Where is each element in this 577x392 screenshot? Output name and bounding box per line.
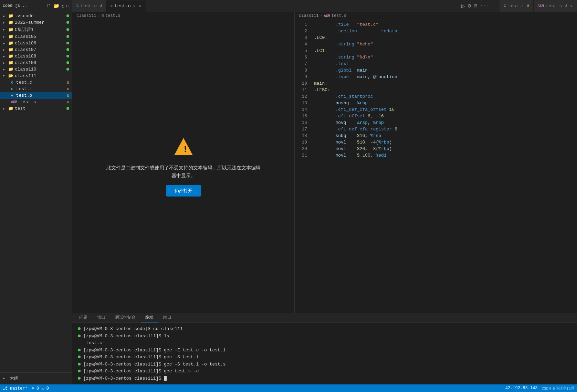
breadcrumb-file[interactable]: test.o [105, 13, 120, 18]
status-badge [66, 106, 72, 111]
tab-ports[interactable]: 端口 [159, 313, 176, 322]
new-folder-icon[interactable]: 📁 [53, 3, 59, 9]
more-button[interactable]: ··· [480, 3, 489, 9]
terminal-text: [zpw@VM-0-3-centos class111]$ [83, 375, 167, 382]
sidebar-item-class105[interactable]: ▶ 📁 class105 [0, 33, 72, 40]
tab-close-button[interactable]: ✕ [139, 4, 141, 8]
terminal-text: [zpw@VM-0-3-centos class111]$ gcc test.s… [83, 368, 199, 375]
code-line: 4 .string "hehe" [295, 41, 577, 47]
terminal-status-dot [78, 356, 81, 358]
c-file-icon: C [11, 81, 13, 85]
tab-debug-console[interactable]: 调试控制台 [111, 313, 140, 322]
folder-label: class106 [15, 41, 36, 46]
terminal-line: [zpw@VM-0-3-centos class111]$ gcc -S tes… [78, 361, 571, 368]
new-file-icon[interactable]: 🗋 [46, 3, 51, 9]
sidebar-item-vscode[interactable]: ▶ 📁 .vscode [0, 13, 72, 19]
file-label: test.s [20, 99, 36, 105]
open-anyway-button[interactable]: 仍然打开 [166, 185, 201, 197]
code-line: 14 .cfi_def_cfa_offset 16 [295, 106, 577, 113]
code-line: 1 .file "test.c" [295, 21, 577, 28]
status-bar: ⎇ master* ⊗ 0 ⚠ 0 42.192.83.143 CSDN @小琦… [0, 384, 577, 392]
sidebar-item-2022-summer[interactable]: ▶ 📁 2022-summer [0, 19, 72, 26]
expand-arrow: ▶ [3, 376, 8, 380]
folder-icon: 📂 [8, 73, 13, 78]
sidebar-item-class110[interactable]: ▶ 📁 class110 [0, 66, 72, 73]
refresh-icon[interactable]: ↻ [61, 3, 64, 9]
tab-label: test.c [81, 3, 97, 9]
tab-test-c[interactable]: C test.c U [72, 0, 106, 12]
folder-label: class111 [15, 73, 36, 78]
folder-icon: 📁 [8, 67, 13, 72]
code-line: 5 .LC1: [295, 47, 577, 54]
file-label: test.c [16, 80, 32, 85]
code-editor[interactable]: 1 .file "test.c" 2 .section .rodata 3 .L… [295, 20, 577, 313]
terminal-line: test.c [78, 340, 571, 347]
sidebar-item-c-camp[interactable]: ▶ 📁 C集训营1 [0, 26, 72, 33]
status-badge [66, 67, 72, 72]
split-editor-button[interactable]: ⊟ [474, 2, 477, 9]
sidebar-item-class107[interactable]: ▶ 📁 class107 [0, 46, 72, 53]
code-line: 6 .string "%d\n" [295, 54, 577, 61]
terminal-status-dot [78, 370, 81, 372]
sidebar-item-class109[interactable]: ▶ 📁 class109 [0, 60, 72, 66]
terminal-line: [zpw@VM-0-3-centos class111]$ [78, 375, 571, 382]
error-warning-count[interactable]: ⊗ 0 ⚠ 0 [32, 386, 49, 391]
tab-test-o[interactable]: ≡ test.o U ✕ [106, 0, 146, 12]
terminal-content[interactable]: [zpw@VM-0-3-centos code]$ cd class111 [z… [72, 323, 577, 392]
debug-button[interactable]: ⚙ [468, 2, 471, 9]
code-line: 16 movq %rsp, %rbp [295, 119, 577, 126]
terminal-text: [zpw@VM-0-3-centos class111]$ ls [83, 333, 169, 340]
collapse-arrow: ▶ [3, 67, 8, 72]
breadcrumb-folder[interactable]: class111 [76, 13, 96, 18]
folder-icon: 📁 [8, 106, 13, 111]
content-area: class111 › ≡ test.o ! 此文件是二进制文件或使用 [72, 12, 577, 392]
folder-icon: 📁 [8, 13, 13, 19]
sidebar-item-test-i[interactable]: C test.i U [0, 86, 72, 92]
code-line: 20 movl $20, -8(%rbp) [295, 146, 577, 152]
code-line: 18 subq $16, %rsp [295, 133, 577, 139]
sidebar-item-test-s[interactable]: ASM test.s U [0, 99, 72, 105]
folder-icon: 📁 [8, 47, 13, 52]
sidebar: ▶ 📁 .vscode ▶ 📁 2022-summer ▶ 📁 C集训营1 [0, 12, 72, 392]
warning-icon: ! [172, 136, 195, 158]
sidebar-item-test-o[interactable]: ≡ test.o U [0, 92, 72, 99]
git-branch[interactable]: ⎇ master* [3, 386, 28, 391]
status-badge [66, 47, 72, 52]
tab-terminal[interactable]: 终端 [141, 313, 158, 322]
c-file-icon: C [76, 4, 79, 8]
folder-icon: 📁 [8, 20, 13, 25]
breadcrumb-folder[interactable]: class111 [299, 13, 319, 18]
sidebar-item-class111[interactable]: ▼ 📂 class111 [0, 73, 72, 79]
folder-icon: 📁 [8, 54, 13, 59]
dirty-badge: U [67, 93, 72, 98]
tab-close-button[interactable]: ✕ [570, 4, 573, 8]
code-line: 12 .cfi_startproc [295, 93, 577, 100]
sidebar-item-class108[interactable]: ▶ 📁 class108 [0, 53, 72, 60]
terminal-text: [zpw@VM-0-3-centos class111]$ gcc -S tes… [83, 361, 225, 368]
breadcrumb-file[interactable]: test.s [332, 13, 346, 18]
ip-address: 42.192.83.143 [505, 386, 538, 391]
folder-label: class109 [15, 60, 36, 65]
terminal-line: [zpw@VM-0-3-centos class111]$ gcc -S tes… [78, 354, 571, 361]
csdn-watermark: CSDN @小琦字代码 [542, 386, 574, 391]
collapse-icon[interactable]: ⊟ [66, 3, 69, 9]
tab-test-s[interactable]: ASM test.s U ✕ [534, 0, 577, 12]
tab-test-i[interactable]: C test.i U [500, 0, 533, 12]
sidebar-item-test-c[interactable]: C test.c U [0, 79, 72, 86]
sidebar-item-test[interactable]: ▶ 📁 test [0, 105, 72, 112]
sidebar-item-class106[interactable]: ▶ 📁 class106 [0, 40, 72, 46]
collapse-arrow: ▼ [3, 74, 8, 78]
tab-dirty-badge: U [527, 4, 529, 8]
folder-label: class105 [15, 34, 36, 39]
tab-bar: CODE [S... 🗋 📁 ↻ ⊟ C test.c U ≡ test.o U… [0, 0, 577, 12]
file-icon: ≡ [110, 4, 113, 8]
tab-issues[interactable]: 问题 [75, 313, 92, 322]
run-button[interactable]: ▷ [461, 2, 465, 10]
folder-icon: 📁 [8, 34, 13, 39]
code-line: 10 main: [295, 80, 577, 87]
breadcrumb-file-icon: ASM [324, 14, 330, 18]
tab-output[interactable]: 输出 [93, 313, 109, 322]
sidebar-outline[interactable]: ▶ 大纲 [0, 374, 72, 382]
breadcrumb-file-icon: ≡ [102, 13, 104, 18]
status-badge [66, 54, 72, 59]
